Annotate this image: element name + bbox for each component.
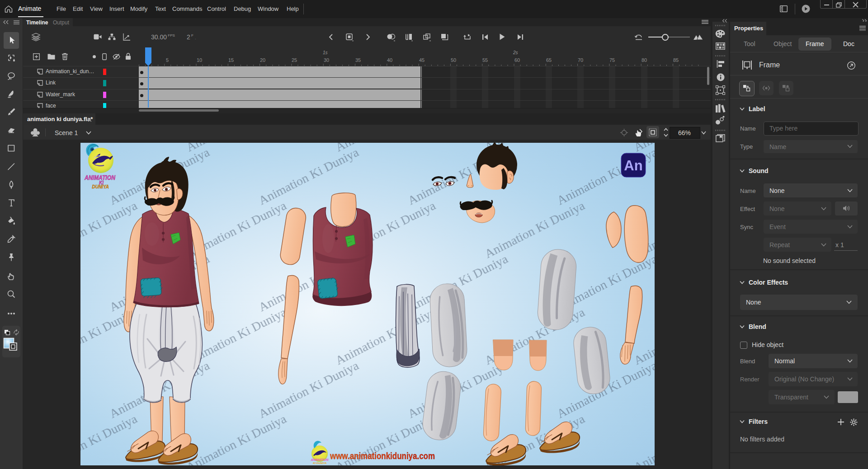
- svg-text:An: An: [624, 158, 642, 174]
- svg-text:KI DUNIYA: KI DUNIYA: [313, 462, 326, 464]
- svg-text:ANIMATION: ANIMATION: [310, 458, 329, 461]
- svg-text:DUNIYA: DUNIYA: [92, 184, 109, 189]
- svg-text:www.animationkiduniya.com: www.animationkiduniya.com: [330, 450, 435, 461]
